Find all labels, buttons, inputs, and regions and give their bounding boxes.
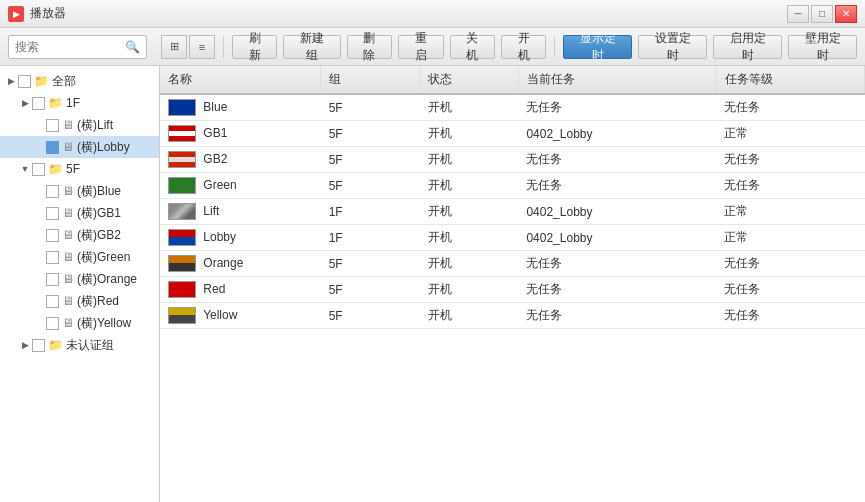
- sidebar-item-unauth[interactable]: ▶📁未认证组: [0, 334, 159, 356]
- file-icon: 🖥: [62, 184, 74, 198]
- sidebar-item-all[interactable]: ▶📁全部: [0, 70, 159, 92]
- device-flag: [168, 203, 196, 220]
- search-icon: 🔍: [125, 40, 140, 54]
- table-row[interactable]: Green 5F 开机 无任务 无任务: [160, 173, 865, 199]
- sidebar-item-green[interactable]: 🖥(横)Green: [0, 246, 159, 268]
- sidebar-item-1f[interactable]: ▶📁1F: [0, 92, 159, 114]
- tree-label: (横)Orange: [77, 271, 137, 288]
- tree-label: 1F: [66, 96, 80, 110]
- table-row[interactable]: Orange 5F 开机 无任务 无任务: [160, 251, 865, 277]
- use-timer-button[interactable]: 壁用定时: [788, 35, 857, 59]
- device-table: 名称 组 状态 当前任务 任务等级 Blue 5F 开机 无任务 无任务 GB1…: [160, 66, 865, 329]
- new-group-button[interactable]: 新建组: [283, 35, 340, 59]
- tree-checkbox[interactable]: [46, 119, 59, 132]
- set-timer-button[interactable]: 设置定时: [638, 35, 707, 59]
- title-bar: ▶ 播放器 ─ □ ✕: [0, 0, 865, 28]
- minimize-button[interactable]: ─: [787, 5, 809, 23]
- tree-label: (横)GB2: [77, 227, 121, 244]
- tree-checkbox[interactable]: [46, 207, 59, 220]
- sidebar-item-5f[interactable]: ▼📁5F: [0, 158, 159, 180]
- search-input[interactable]: [15, 40, 125, 54]
- sidebar-item-lift[interactable]: 🖥(横)Lift: [0, 114, 159, 136]
- refresh-button[interactable]: 刷新: [232, 35, 277, 59]
- tree-checkbox[interactable]: [46, 185, 59, 198]
- cell-task: 无任务: [518, 303, 716, 329]
- tree-checkbox[interactable]: [46, 317, 59, 330]
- tree-label: 5F: [66, 162, 80, 176]
- cell-group: 1F: [321, 199, 420, 225]
- cell-level: 无任务: [716, 147, 864, 173]
- table-row[interactable]: Lift 1F 开机 0402_Lobby 正常: [160, 199, 865, 225]
- col-task: 当前任务: [518, 66, 716, 94]
- table-wrapper: 名称 组 状态 当前任务 任务等级 Blue 5F 开机 无任务 无任务 GB1…: [160, 66, 865, 502]
- device-flag: [168, 177, 196, 194]
- cell-name: Orange: [160, 251, 321, 277]
- device-name: GB1: [203, 126, 227, 140]
- col-status: 状态: [420, 66, 519, 94]
- tree-toggle[interactable]: ▶: [18, 96, 32, 110]
- cell-group: 5F: [321, 303, 420, 329]
- sidebar-item-gb1[interactable]: 🖥(横)GB1: [0, 202, 159, 224]
- cell-name: GB1: [160, 121, 321, 147]
- table-row[interactable]: GB1 5F 开机 0402_Lobby 正常: [160, 121, 865, 147]
- device-name: GB2: [203, 152, 227, 166]
- tree-label: 全部: [52, 73, 76, 90]
- cell-name: Yellow: [160, 303, 321, 329]
- shutdown-button[interactable]: 关机: [450, 35, 495, 59]
- restart-button[interactable]: 重启: [398, 35, 443, 59]
- grid-view-button[interactable]: ⊞: [161, 35, 187, 59]
- cell-group: 5F: [321, 251, 420, 277]
- tree-checkbox[interactable]: [32, 163, 45, 176]
- sidebar-item-lobby[interactable]: 🖥(横)Lobby: [0, 136, 159, 158]
- sidebar-item-gb2[interactable]: 🖥(横)GB2: [0, 224, 159, 246]
- tree-checkbox[interactable]: [32, 97, 45, 110]
- cell-task: 0402_Lobby: [518, 225, 716, 251]
- delete-button[interactable]: 删除: [347, 35, 392, 59]
- tree-checkbox[interactable]: [46, 273, 59, 286]
- search-box[interactable]: 🔍: [8, 35, 147, 59]
- sidebar-item-blue[interactable]: 🖥(横)Blue: [0, 180, 159, 202]
- sidebar: ▶📁全部▶📁1F🖥(横)Lift🖥(横)Lobby▼📁5F🖥(横)Blue🖥(横…: [0, 66, 160, 502]
- cell-name: Green: [160, 173, 321, 199]
- table-header: 名称 组 状态 当前任务 任务等级: [160, 66, 865, 94]
- close-button[interactable]: ✕: [835, 5, 857, 23]
- cell-group: 5F: [321, 173, 420, 199]
- sidebar-item-yellow[interactable]: 🖥(横)Yellow: [0, 312, 159, 334]
- tree-checkbox[interactable]: [46, 141, 59, 154]
- table-row[interactable]: Lobby 1F 开机 0402_Lobby 正常: [160, 225, 865, 251]
- sidebar-item-orange[interactable]: 🖥(横)Orange: [0, 268, 159, 290]
- list-view-button[interactable]: ≡: [189, 35, 215, 59]
- tree-checkbox[interactable]: [46, 295, 59, 308]
- show-timer-button[interactable]: 显示定时: [563, 35, 632, 59]
- tree-checkbox[interactable]: [32, 339, 45, 352]
- file-icon: 🖥: [62, 294, 74, 308]
- tree-checkbox[interactable]: [46, 251, 59, 264]
- enable-timer-button[interactable]: 启用定时: [713, 35, 782, 59]
- cell-group: 5F: [321, 121, 420, 147]
- cell-status: 开机: [420, 303, 519, 329]
- file-icon: 🖥: [62, 228, 74, 242]
- cell-status: 开机: [420, 199, 519, 225]
- device-name: Orange: [203, 256, 243, 270]
- poweron-button[interactable]: 开机: [501, 35, 546, 59]
- table-row[interactable]: Yellow 5F 开机 无任务 无任务: [160, 303, 865, 329]
- title-controls: ─ □ ✕: [787, 5, 857, 23]
- table-row[interactable]: GB2 5F 开机 无任务 无任务: [160, 147, 865, 173]
- cell-task: 无任务: [518, 173, 716, 199]
- cell-status: 开机: [420, 147, 519, 173]
- tree-toggle[interactable]: ▼: [18, 162, 32, 176]
- tree-checkbox[interactable]: [18, 75, 31, 88]
- tree-toggle[interactable]: ▶: [18, 338, 32, 352]
- tree-label: (横)Green: [77, 249, 130, 266]
- sidebar-item-reditem[interactable]: 🖥(横)Red: [0, 290, 159, 312]
- table-row[interactable]: Red 5F 开机 无任务 无任务: [160, 277, 865, 303]
- tree-toggle[interactable]: ▶: [4, 74, 18, 88]
- maximize-button[interactable]: □: [811, 5, 833, 23]
- tree-label: (横)Blue: [77, 183, 121, 200]
- device-name: Lift: [203, 204, 219, 218]
- tree-label: 未认证组: [66, 337, 114, 354]
- tree-checkbox[interactable]: [46, 229, 59, 242]
- device-flag: [168, 151, 196, 168]
- table-row[interactable]: Blue 5F 开机 无任务 无任务: [160, 94, 865, 121]
- cell-task: 无任务: [518, 94, 716, 121]
